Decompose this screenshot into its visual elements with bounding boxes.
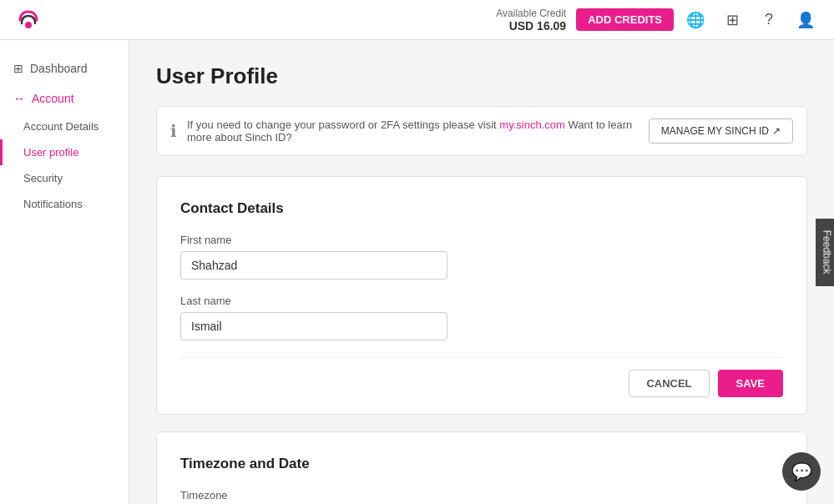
info-text-1: If you need to change your password or 2… bbox=[187, 118, 499, 131]
add-credits-button[interactable]: ADD CREDITS bbox=[576, 8, 674, 31]
globe-icon: 🌐 bbox=[686, 11, 705, 29]
chat-bubble-button[interactable]: 💬 bbox=[782, 452, 821, 491]
logo[interactable] bbox=[13, 5, 43, 35]
sidebar: ⊞ Dashboard ↔ Account Account Details Us… bbox=[0, 40, 129, 504]
credit-amount: USD 16.09 bbox=[496, 19, 566, 33]
help-icon: ? bbox=[765, 11, 773, 28]
sidebar-sub-item-user-profile[interactable]: User profile bbox=[0, 139, 129, 165]
contact-details-card: Contact Details First name Last name CAN… bbox=[156, 176, 807, 415]
last-name-label: Last name bbox=[180, 295, 783, 307]
manage-sinch-id-label: MANAGE MY SINCH ID bbox=[661, 125, 769, 137]
contact-details-actions: CANCEL SAVE bbox=[180, 357, 783, 397]
apps-icon-button[interactable]: ⊞ bbox=[717, 5, 747, 35]
credit-info: Available Credit USD 16.09 bbox=[496, 8, 566, 33]
timezone-group: Timezone Based on your locale (Europe/Lo… bbox=[180, 489, 783, 504]
first-name-group: First name bbox=[180, 234, 783, 280]
page-title: User Profile bbox=[156, 63, 807, 89]
svg-rect-0 bbox=[13, 5, 43, 35]
user-icon: 👤 bbox=[796, 11, 815, 29]
dashboard-icon: ⊞ bbox=[13, 62, 23, 75]
chat-icon: 💬 bbox=[791, 461, 812, 481]
sinch-link[interactable]: my.sinch.com bbox=[499, 118, 565, 131]
topnav-right: Available Credit USD 16.09 ADD CREDITS 🌐… bbox=[496, 5, 821, 35]
sidebar-sub-item-security-label: Security bbox=[23, 172, 63, 184]
timezone-label: Timezone bbox=[180, 489, 783, 501]
external-link-icon: ↗ bbox=[772, 125, 781, 137]
sidebar-sub-item-account-details[interactable]: Account Details bbox=[0, 113, 129, 139]
sidebar-item-dashboard-label: Dashboard bbox=[30, 62, 88, 75]
account-icon: ↔ bbox=[13, 92, 25, 105]
contact-details-title: Contact Details bbox=[180, 200, 783, 217]
feedback-tab[interactable]: Feedback bbox=[816, 219, 834, 286]
main-content: User Profile ℹ If you need to change you… bbox=[129, 40, 834, 504]
grid-icon: ⊞ bbox=[726, 11, 739, 29]
sidebar-sub-item-account-details-label: Account Details bbox=[23, 120, 99, 133]
sidebar-sub-item-notifications[interactable]: Notifications bbox=[0, 191, 129, 217]
sidebar-sub-item-notifications-label: Notifications bbox=[23, 198, 83, 210]
info-banner-text: If you need to change your password or 2… bbox=[187, 118, 639, 144]
last-name-group: Last name bbox=[180, 295, 783, 340]
sidebar-sub-item-security[interactable]: Security bbox=[0, 165, 129, 191]
svg-point-1 bbox=[25, 22, 32, 28]
first-name-input[interactable] bbox=[180, 251, 447, 280]
sidebar-item-account[interactable]: ↔ Account bbox=[0, 83, 129, 113]
last-name-input[interactable] bbox=[180, 312, 447, 340]
layout: ⊞ Dashboard ↔ Account Account Details Us… bbox=[0, 40, 834, 504]
language-icon-button[interactable]: 🌐 bbox=[680, 5, 710, 35]
credit-label: Available Credit bbox=[496, 8, 566, 19]
contact-details-cancel-button[interactable]: CANCEL bbox=[629, 370, 709, 397]
manage-sinch-id-button[interactable]: MANAGE MY SINCH ID ↗ bbox=[649, 118, 793, 144]
user-icon-button[interactable]: 👤 bbox=[791, 5, 821, 35]
info-icon: ℹ bbox=[170, 121, 177, 141]
topnav: Available Credit USD 16.09 ADD CREDITS 🌐… bbox=[0, 0, 834, 40]
help-icon-button[interactable]: ? bbox=[754, 5, 784, 35]
timezone-date-title: Timezone and Date bbox=[180, 456, 783, 472]
sinch-logo-icon bbox=[13, 5, 43, 35]
contact-details-save-button[interactable]: SAVE bbox=[718, 370, 783, 397]
sidebar-sub-item-user-profile-label: User profile bbox=[23, 146, 78, 159]
timezone-date-card: Timezone and Date Timezone Based on your… bbox=[156, 431, 807, 504]
info-banner: ℹ If you need to change your password or… bbox=[156, 106, 807, 156]
sidebar-item-account-label: Account bbox=[32, 92, 74, 105]
sidebar-item-dashboard[interactable]: ⊞ Dashboard bbox=[0, 53, 129, 83]
first-name-label: First name bbox=[180, 234, 783, 246]
